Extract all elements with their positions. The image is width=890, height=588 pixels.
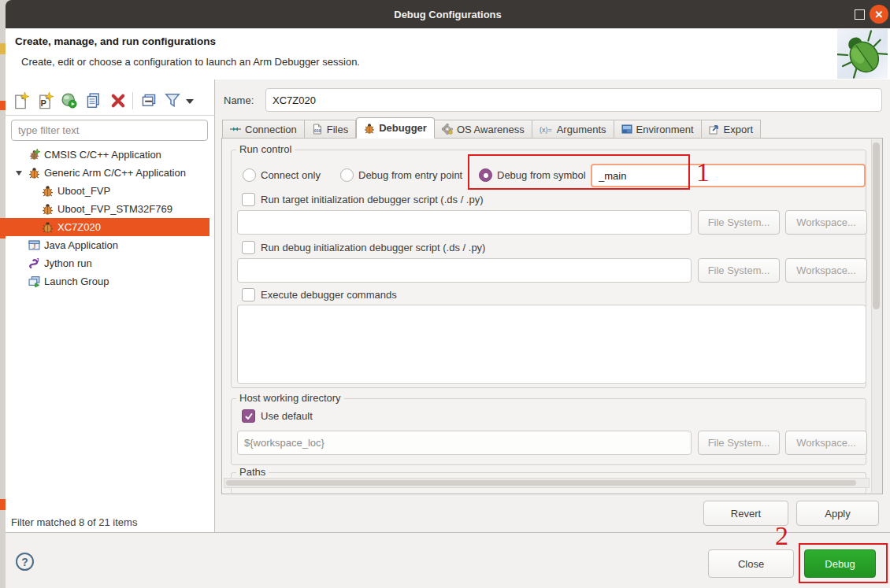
debugger-bug-icon <box>364 123 375 134</box>
radio-debug-from-symbol[interactable] <box>479 168 492 182</box>
tab-label: OS Awareness <box>457 124 525 135</box>
tab-files[interactable]: 010 Files <box>305 120 356 139</box>
tab-label: Files <box>327 124 348 135</box>
tab-connection[interactable]: Connection <box>222 120 305 139</box>
tab-label: Arguments <box>557 124 606 135</box>
radio-debug-from-entry-point[interactable] <box>340 168 354 182</box>
debugger-commands-textarea[interactable] <box>237 305 866 384</box>
tree-item-label: CMSIS C/C++ Application <box>44 149 161 161</box>
dialog-header-title: Create, manage, and run configurations <box>15 35 216 47</box>
toolbar-separator <box>132 92 133 109</box>
tree-item-uboot-fvp[interactable]: Uboot_FVP <box>6 182 210 200</box>
debug-init-workspace-button[interactable]: Workspace... <box>785 258 867 283</box>
tab-label: Debugger <box>379 122 427 134</box>
tree-item-label: Uboot_FVP <box>57 185 110 197</box>
radio-debug-from-symbol-label: Debug from symbol <box>497 169 586 181</box>
new-prototype-button[interactable]: P <box>36 92 54 109</box>
checkbox-run-target-init-script-label: Run target initialization debugger scrip… <box>261 194 484 205</box>
editor-tabbar: Connection 010 Files Debugger OS Awarene… <box>222 117 761 139</box>
run-control-group-label: Run control <box>236 143 295 155</box>
tree-item-xc7z020-selected[interactable]: XC7Z020 <box>6 218 210 236</box>
toolbar-divider <box>6 115 215 116</box>
target-init-workspace-button[interactable]: Workspace... <box>785 210 867 235</box>
annotation-number-1: 1 <box>696 159 710 186</box>
background-fragment <box>0 218 6 239</box>
paths-group-label: Paths <box>236 466 269 478</box>
horizontal-scrollbar-thumb[interactable] <box>226 480 856 486</box>
background-fragment <box>0 101 6 110</box>
host-dir-workspace-button[interactable]: Workspace... <box>785 431 867 455</box>
apply-button[interactable]: Apply <box>796 501 879 526</box>
tab-export[interactable]: Export <box>702 120 762 139</box>
tree-item-jython-run[interactable]: J Jython run <box>6 254 210 272</box>
duplicate-configuration-button[interactable] <box>85 92 102 109</box>
tree-item-label: Jython run <box>44 257 92 269</box>
check-icon <box>244 412 254 421</box>
target-init-file-system-button[interactable]: File System... <box>698 210 780 235</box>
debug-symbol-input[interactable] <box>591 164 866 187</box>
export-icon <box>709 124 720 135</box>
dialog-header: Create, manage, and run configurations C… <box>6 28 890 80</box>
new-configuration-button[interactable] <box>12 92 29 109</box>
checkbox-use-default[interactable] <box>242 409 255 423</box>
environment-icon <box>621 124 632 135</box>
tab-label: Connection <box>245 124 297 135</box>
tree-item-label: Java Application <box>44 239 118 251</box>
target-init-script-input[interactable] <box>237 210 692 235</box>
host-dir-file-system-button[interactable]: File System... <box>698 431 780 455</box>
files-icon: 010 <box>312 124 323 135</box>
tree-item-label: XC7Z020 <box>57 221 101 233</box>
toolbar-menu-dropdown[interactable] <box>186 99 194 104</box>
tab-arguments[interactable]: (x)= Arguments <box>532 120 614 139</box>
tree-item-label: Generic Arm C/C++ Application <box>44 167 186 179</box>
tab-label: Export <box>724 124 754 135</box>
svg-text:J: J <box>32 242 36 250</box>
connection-icon <box>230 124 241 135</box>
filter-input[interactable] <box>11 120 208 141</box>
name-input[interactable] <box>265 88 882 112</box>
tree-item-uboot-fvp-stm32f769[interactable]: Uboot_FVP_STM32F769 <box>6 200 210 218</box>
filter-button[interactable] <box>164 92 181 109</box>
radio-connect-only[interactable] <box>243 168 256 182</box>
close-button[interactable]: Close <box>708 549 794 578</box>
tab-os-awareness[interactable]: OS Awareness <box>435 120 532 139</box>
tree-item-cmsis[interactable]: CMSIS C/C++ Application <box>6 146 210 164</box>
background-fragment <box>0 499 6 510</box>
vertical-scrollbar-thumb[interactable] <box>873 142 880 309</box>
arguments-icon: (x)= <box>540 124 553 135</box>
checkbox-run-debug-init-script[interactable] <box>242 241 255 254</box>
host-working-directory-input[interactable] <box>237 431 692 455</box>
checkbox-run-target-init-script[interactable] <box>242 193 255 206</box>
window-title: Debug Configurations <box>394 9 502 20</box>
checkbox-run-debug-init-script-label: Run debug initialization debugger script… <box>261 242 485 253</box>
screenshot-root: Debug Configurations ✕ Create, manage, a… <box>0 0 890 588</box>
help-question-mark: ? <box>21 556 28 568</box>
export-configuration-button[interactable] <box>61 92 78 109</box>
checkbox-execute-debugger-commands[interactable] <box>242 288 255 301</box>
host-working-directory-group-label: Host working directory <box>236 392 344 404</box>
svg-text:J: J <box>36 257 39 263</box>
tree-item-label: Launch Group <box>44 276 109 287</box>
tab-environment[interactable]: Environment <box>614 120 702 139</box>
debug-init-script-input[interactable] <box>237 258 692 283</box>
checkbox-execute-debugger-commands-label: Execute debugger commands <box>261 289 397 301</box>
tree-item-java-application[interactable]: J Java Application <box>6 236 210 254</box>
tab-debugger-active[interactable]: Debugger <box>356 117 435 139</box>
delete-configuration-button[interactable] <box>109 92 127 109</box>
green-beetle-icon <box>837 29 888 79</box>
background-fragment <box>0 43 6 54</box>
help-button[interactable]: ? <box>16 553 34 571</box>
checkbox-use-default-label: Use default <box>261 410 313 422</box>
collapse-all-button[interactable] <box>140 92 158 109</box>
tab-label: Environment <box>636 124 694 135</box>
maximize-button[interactable] <box>855 9 865 20</box>
tree-item-generic-arm[interactable]: Generic Arm C/C++ Application <box>6 164 210 182</box>
radio-debug-from-entry-point-label: Debug from entry point <box>358 169 462 181</box>
tree-item-launch-group[interactable]: Launch Group <box>6 272 210 290</box>
debug-init-file-system-button[interactable]: File System... <box>698 258 780 283</box>
svg-text:P: P <box>41 98 46 108</box>
dialog-header-subtitle: Create, edit or choose a configuration t… <box>21 56 360 68</box>
filter-status-text: Filter matched 8 of 21 items <box>11 516 137 528</box>
debug-button[interactable]: Debug <box>804 549 876 578</box>
close-window-button[interactable]: ✕ <box>870 5 888 24</box>
